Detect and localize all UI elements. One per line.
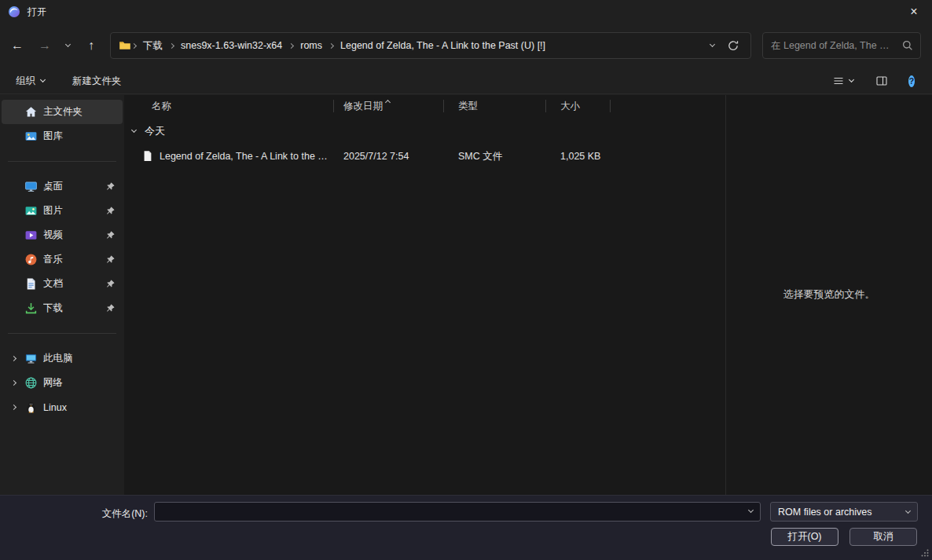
sidebar-item-label: 音乐 bbox=[43, 253, 100, 266]
column-header-size[interactable]: 大小 bbox=[546, 95, 611, 117]
sidebar-item-gallery[interactable]: 图库 bbox=[2, 124, 123, 148]
sidebar-item-label: 网络 bbox=[43, 376, 123, 390]
group-label: 今天 bbox=[145, 124, 165, 138]
details-view-icon bbox=[832, 75, 845, 87]
sidebar-item-this-pc[interactable]: 此电脑 bbox=[2, 346, 123, 371]
preview-placeholder-text: 选择要预览的文件。 bbox=[726, 287, 932, 302]
sidebar-item-label: 图片 bbox=[43, 204, 100, 218]
home-icon bbox=[24, 105, 38, 119]
sidebar-item-label: 主文件夹 bbox=[43, 105, 123, 119]
music-icon bbox=[24, 253, 38, 266]
command-toolbar: 组织 新建文件夹 ? bbox=[0, 68, 932, 94]
window-title: 打开 bbox=[28, 5, 46, 19]
breadcrumb-item-snes9x[interactable]: snes9x-1.63-win32-x64 bbox=[174, 40, 288, 51]
filename-label: 文件名(N): bbox=[0, 507, 148, 521]
content-area: 主文件夹 图库 桌面 bbox=[0, 95, 932, 495]
organize-button[interactable]: 组织 bbox=[6, 71, 54, 91]
help-icon: ? bbox=[908, 75, 915, 87]
pin-icon bbox=[105, 181, 116, 192]
search-icon bbox=[901, 39, 914, 52]
navigation-bar: ← → ↑ 下载 snes9x-1.63-win32-x64 roms Lege… bbox=[0, 24, 932, 68]
downloads-icon bbox=[24, 302, 38, 315]
collapse-chevron-icon[interactable] bbox=[131, 127, 137, 133]
sidebar-item-label: 桌面 bbox=[43, 180, 100, 193]
preview-pane-button[interactable] bbox=[869, 71, 894, 91]
sidebar-item-videos[interactable]: 视频 bbox=[2, 223, 123, 247]
search-box bbox=[762, 32, 921, 59]
sidebar-separator bbox=[8, 333, 116, 334]
sidebar-item-downloads[interactable]: 下载 bbox=[2, 296, 123, 320]
desktop-icon bbox=[24, 180, 38, 193]
expand-chevron-icon[interactable] bbox=[10, 404, 16, 410]
forward-button[interactable]: → bbox=[34, 35, 56, 57]
sidebar-item-linux[interactable]: Linux bbox=[2, 395, 123, 419]
breadcrumb-item-downloads[interactable]: 下载 bbox=[137, 39, 169, 53]
search-input[interactable] bbox=[771, 40, 901, 51]
file-type-select[interactable]: ROM files or archives bbox=[770, 502, 918, 522]
pin-icon bbox=[105, 303, 116, 313]
file-name: Legend of Zelda, The - A Link to the … bbox=[160, 151, 328, 162]
cancel-button[interactable]: 取消 bbox=[849, 528, 917, 546]
close-button[interactable]: × bbox=[896, 0, 932, 24]
breadcrumb-separator-icon bbox=[131, 42, 137, 48]
gallery-icon bbox=[24, 130, 38, 143]
organize-label: 组织 bbox=[16, 75, 35, 88]
address-dropdown-icon[interactable] bbox=[710, 42, 715, 47]
preview-pane: 选择要预览的文件。 bbox=[725, 95, 932, 495]
file-size: 1,025 KB bbox=[560, 145, 600, 167]
breadcrumb-separator-icon bbox=[169, 42, 174, 48]
sidebar-item-pictures[interactable]: 图片 bbox=[2, 199, 123, 223]
file-date-modified: 2025/7/12 7:54 bbox=[343, 145, 409, 167]
breadcrumb-item-roms[interactable]: roms bbox=[294, 40, 328, 51]
resize-grip[interactable] bbox=[920, 548, 930, 558]
file-type: SMC 文件 bbox=[458, 145, 502, 167]
recent-locations-button[interactable] bbox=[60, 35, 75, 57]
snes9x-app-icon bbox=[8, 5, 20, 18]
sidebar-item-label: 文档 bbox=[43, 277, 100, 291]
column-header-type[interactable]: 类型 bbox=[444, 95, 546, 117]
chevron-down-icon bbox=[64, 42, 70, 47]
help-button[interactable]: ? bbox=[899, 71, 924, 91]
new-folder-button[interactable]: 新建文件夹 bbox=[63, 71, 131, 91]
sidebar-item-music[interactable]: 音乐 bbox=[2, 247, 123, 272]
file-type-value: ROM files or archives bbox=[778, 507, 871, 518]
file-icon bbox=[141, 150, 154, 163]
title-bar: 打开 × bbox=[0, 0, 932, 24]
up-button[interactable]: ↑ bbox=[80, 35, 102, 57]
expand-chevron-icon[interactable] bbox=[10, 356, 16, 361]
pin-icon bbox=[105, 254, 116, 265]
this-pc-icon bbox=[24, 352, 38, 365]
network-icon bbox=[24, 376, 38, 390]
view-options-button[interactable] bbox=[823, 71, 863, 91]
pictures-icon bbox=[24, 204, 38, 218]
preview-pane-icon bbox=[875, 75, 888, 87]
open-button[interactable]: 打开(O) bbox=[771, 528, 838, 546]
expand-chevron-icon[interactable] bbox=[10, 380, 16, 386]
filename-combobox bbox=[154, 502, 761, 522]
address-bar[interactable]: 下载 snes9x-1.63-win32-x64 roms Legend of … bbox=[110, 32, 751, 59]
sidebar-item-label: 下载 bbox=[43, 302, 100, 315]
breadcrumb-item-zelda-folder[interactable]: Legend of Zelda, The - A Link to the Pas… bbox=[334, 40, 552, 51]
file-row-zelda-rom[interactable]: Legend of Zelda, The - A Link to the … 2… bbox=[124, 145, 725, 167]
sidebar-item-documents[interactable]: 文档 bbox=[2, 272, 123, 296]
column-header-date[interactable]: 修改日期 bbox=[334, 95, 444, 117]
breadcrumb-separator-icon bbox=[328, 42, 334, 48]
sidebar-item-desktop[interactable]: 桌面 bbox=[2, 174, 123, 199]
breadcrumb-separator-icon bbox=[288, 42, 294, 48]
sidebar-item-label: Linux bbox=[43, 402, 123, 413]
sidebar-item-label: 图库 bbox=[43, 130, 123, 143]
documents-icon bbox=[24, 277, 38, 291]
column-header-name[interactable]: 名称 bbox=[124, 95, 334, 117]
sidebar-item-label: 此电脑 bbox=[43, 352, 123, 365]
chevron-down-icon bbox=[849, 77, 854, 82]
sidebar-item-network[interactable]: 网络 bbox=[2, 371, 123, 395]
group-header-today[interactable]: 今天 bbox=[132, 122, 165, 141]
folder-icon bbox=[119, 39, 131, 52]
filename-input[interactable] bbox=[155, 503, 760, 521]
sidebar-item-home[interactable]: 主文件夹 bbox=[2, 100, 123, 124]
dialog-footer: 文件名(N): ROM files or archives 打开(O) 取消 bbox=[0, 495, 932, 560]
refresh-button[interactable] bbox=[727, 39, 739, 52]
videos-icon bbox=[24, 229, 38, 242]
back-button[interactable]: ← bbox=[6, 35, 28, 57]
chevron-down-icon bbox=[40, 77, 46, 82]
